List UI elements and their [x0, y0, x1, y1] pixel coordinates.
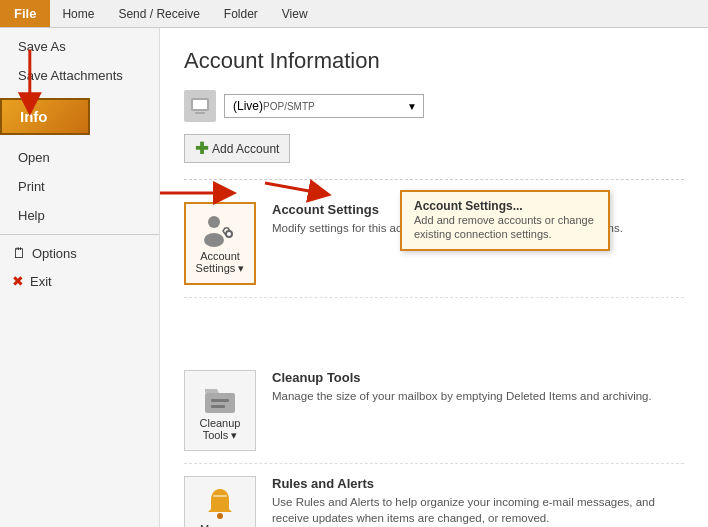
cleanup-tools-icon-box[interactable]: Cleanup Tools ▾	[184, 370, 256, 451]
svg-rect-8	[205, 393, 235, 413]
account-settings-dropdown[interactable]: Account Settings... Add and remove accou…	[400, 190, 610, 251]
svg-point-11	[217, 513, 223, 519]
account-dropdown[interactable]: (Live) POP/SMTP ▼	[224, 94, 424, 118]
svg-rect-3	[195, 112, 205, 114]
svg-point-4	[208, 216, 220, 228]
account-settings-label: Account Settings ▾	[196, 250, 245, 275]
svg-rect-9	[211, 399, 229, 402]
svg-point-7	[227, 232, 231, 236]
save-as-item[interactable]: Save As	[0, 32, 159, 61]
svg-rect-12	[213, 495, 227, 497]
folder-cleanup-icon	[201, 379, 239, 417]
send-receive-menu[interactable]: Send / Receive	[106, 2, 211, 26]
sidebar: Save As Save Attachments Info Open Print…	[0, 28, 160, 527]
exit-icon: ✖	[12, 273, 24, 289]
page-title: Account Information	[184, 48, 684, 74]
file-menu[interactable]: File	[0, 0, 50, 27]
print-item[interactable]: Print	[0, 172, 159, 201]
options-icon: 🗒	[12, 245, 26, 261]
account-settings-icon-box[interactable]: Account Settings ▾	[184, 202, 256, 285]
folder-menu[interactable]: Folder	[212, 2, 270, 26]
manage-rules-label: Manage Rules & Alerts	[191, 523, 249, 527]
add-account-button[interactable]: ✚ Add Account	[184, 134, 290, 163]
home-menu[interactable]: Home	[50, 2, 106, 26]
save-attachments-item[interactable]: Save Attachments	[0, 61, 159, 90]
cleanup-tools-text: Cleanup Tools Manage the size of your ma…	[272, 370, 652, 404]
account-icon	[184, 90, 216, 122]
exit-item[interactable]: ✖ Exit	[0, 267, 159, 295]
view-menu[interactable]: View	[270, 2, 320, 26]
svg-rect-10	[211, 405, 225, 408]
options-item[interactable]: 🗒 Options	[0, 239, 159, 267]
plus-icon: ✚	[195, 139, 208, 158]
people-gear-icon	[201, 212, 239, 250]
account-settings-dropdown-item[interactable]: Account Settings... Add and remove accou…	[402, 192, 608, 249]
rules-alerts-section: Manage Rules & Alerts Rules and Alerts U…	[184, 464, 684, 527]
svg-point-5	[204, 233, 224, 247]
main-content: Account Information (Live) POP/SMTP ▼ ✚ …	[160, 28, 708, 527]
account-selector-row: (Live) POP/SMTP ▼	[184, 90, 684, 122]
menu-bar: File Home Send / Receive Folder View	[0, 0, 708, 28]
help-item[interactable]: Help	[0, 201, 159, 230]
cleanup-tools-section: Cleanup Tools ▾ Cleanup Tools Manage the…	[184, 358, 684, 464]
manage-rules-icon-box[interactable]: Manage Rules & Alerts	[184, 476, 256, 527]
cleanup-tools-label: Cleanup Tools ▾	[191, 417, 249, 442]
dropdown-arrow-icon: ▼	[407, 101, 417, 112]
bell-rules-icon	[201, 485, 239, 523]
svg-rect-2	[193, 100, 207, 109]
rules-alerts-text: Rules and Alerts Use Rules and Alerts to…	[272, 476, 684, 526]
open-item[interactable]: Open	[0, 143, 159, 172]
info-tab[interactable]: Info	[0, 98, 90, 135]
